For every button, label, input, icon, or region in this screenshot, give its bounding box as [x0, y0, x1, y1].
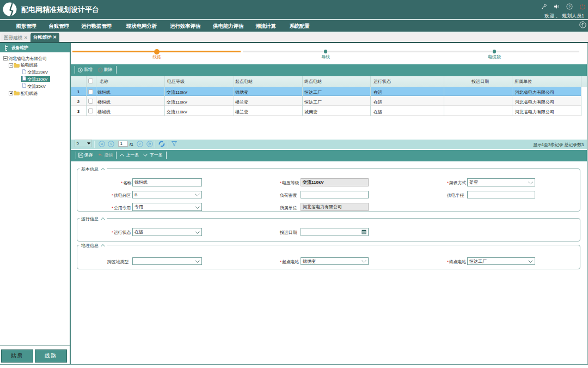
svg-text:?: ?: [568, 5, 571, 9]
